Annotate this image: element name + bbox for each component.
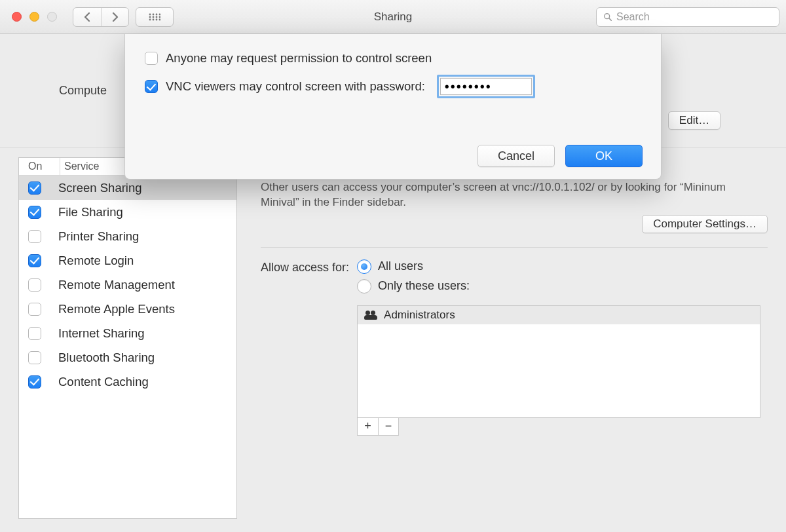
service-checkbox[interactable] (28, 351, 41, 364)
password-field-focus-ring (437, 75, 535, 98)
svg-point-9 (153, 18, 155, 20)
service-row[interactable]: Content Caching (19, 370, 236, 394)
grid-icon (136, 8, 173, 26)
allow-access-section: Allow access for: All users Only these u… (261, 259, 768, 436)
services-list: Screen SharingFile SharingPrinter Sharin… (19, 176, 236, 518)
svg-point-3 (159, 13, 160, 15)
users-box: Administrators + − (357, 305, 760, 436)
svg-point-1 (153, 13, 155, 15)
service-name: Bluetooth Sharing (58, 351, 155, 365)
svg-point-8 (149, 18, 151, 20)
service-name: Remote Apple Events (58, 302, 175, 316)
allow-access-label: Allow access for: (261, 259, 349, 436)
ok-button[interactable]: OK (565, 145, 643, 167)
svg-point-10 (156, 18, 158, 20)
vnc-checkbox-label: VNC viewers may control screen with pass… (166, 79, 425, 94)
service-checkbox[interactable] (28, 375, 41, 389)
service-checkbox[interactable] (28, 230, 41, 243)
service-row[interactable]: Remote Login (19, 248, 236, 273)
service-name: Printer Sharing (58, 229, 139, 244)
service-checkbox[interactable] (28, 278, 41, 292)
service-name: File Sharing (58, 205, 123, 219)
svg-point-2 (156, 13, 158, 15)
computer-name-label: Compute (59, 84, 107, 98)
zoom-window-button[interactable] (47, 12, 57, 22)
anyone-checkbox-label: Anyone may request permission to control… (166, 51, 432, 66)
service-row[interactable]: Remote Management (19, 273, 236, 297)
column-on: On (19, 158, 60, 175)
main-content: On Service Screen SharingFile SharingPri… (0, 148, 786, 532)
search-field[interactable]: Search (596, 7, 779, 27)
user-label: Administrators (384, 309, 455, 322)
service-checkbox[interactable] (28, 303, 41, 316)
search-placeholder: Search (616, 11, 650, 23)
vnc-password-field[interactable] (440, 78, 532, 95)
add-remove-controls: + − (357, 418, 399, 436)
anyone-checkbox[interactable] (145, 52, 158, 65)
forward-button[interactable] (101, 8, 128, 26)
svg-point-4 (149, 16, 151, 18)
svg-line-13 (609, 18, 611, 20)
edit-button[interactable]: Edit… (668, 111, 720, 130)
nav-back-forward (73, 7, 129, 27)
divider (261, 247, 768, 248)
service-checkbox[interactable] (28, 181, 41, 195)
radio-all-users-label: All users (378, 259, 423, 273)
minimize-window-button[interactable] (29, 12, 39, 22)
window-controls (12, 12, 57, 22)
service-name: Internet Sharing (58, 326, 145, 341)
search-icon (603, 12, 612, 22)
service-name: Screen Sharing (58, 181, 142, 195)
status-description: Other users can access your computer’s s… (261, 180, 745, 210)
service-name: Remote Login (58, 254, 134, 268)
service-row[interactable]: Internet Sharing (19, 321, 236, 345)
computer-settings-sheet: Anyone may request permission to control… (124, 34, 662, 180)
service-checkbox[interactable] (28, 327, 41, 340)
show-all-button[interactable] (136, 7, 174, 27)
vnc-checkbox[interactable] (145, 80, 158, 93)
service-name: Content Caching (58, 375, 149, 389)
service-detail: Screen Sharing: On Other users can acces… (261, 157, 768, 519)
remove-user-button[interactable]: − (378, 418, 398, 435)
service-name: Remote Management (58, 278, 175, 292)
cancel-button[interactable]: Cancel (477, 145, 555, 167)
service-checkbox[interactable] (28, 206, 41, 219)
svg-point-11 (159, 18, 160, 20)
back-button[interactable] (73, 8, 101, 26)
service-row[interactable]: Remote Apple Events (19, 297, 236, 321)
close-window-button[interactable] (12, 12, 22, 22)
list-item[interactable]: Administrators (358, 306, 760, 324)
radio-only-users-label: Only these users: (378, 279, 470, 293)
radio-all-users[interactable] (357, 259, 371, 274)
services-panel: On Service Screen SharingFile SharingPri… (18, 157, 237, 519)
service-row[interactable]: Bluetooth Sharing (19, 345, 236, 370)
svg-point-7 (159, 16, 160, 18)
svg-point-6 (156, 16, 158, 18)
radio-only-users[interactable] (357, 279, 371, 294)
svg-point-5 (153, 16, 155, 18)
service-row[interactable]: Printer Sharing (19, 224, 236, 248)
svg-point-0 (149, 13, 151, 15)
users-list[interactable]: Administrators (357, 305, 760, 418)
add-user-button[interactable]: + (358, 418, 378, 435)
service-row[interactable]: File Sharing (19, 200, 236, 224)
titlebar: Sharing Search (0, 0, 786, 34)
people-icon (364, 311, 377, 320)
service-checkbox[interactable] (28, 254, 41, 267)
computer-settings-button[interactable]: Computer Settings… (642, 215, 768, 233)
